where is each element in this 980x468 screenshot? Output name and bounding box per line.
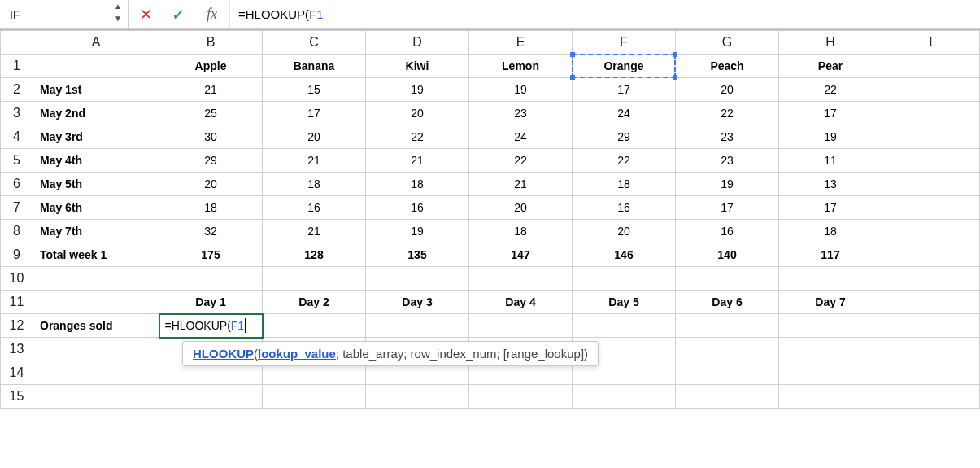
cell-H6[interactable]: 13 bbox=[779, 173, 882, 196]
row-header-2[interactable]: 2 bbox=[1, 78, 33, 102]
cell-A10[interactable] bbox=[33, 267, 159, 291]
cell-D3[interactable]: 20 bbox=[366, 102, 469, 125]
cell-G5[interactable]: 23 bbox=[676, 149, 779, 173]
cell-E6[interactable]: 21 bbox=[469, 173, 573, 196]
cell-B2[interactable]: 21 bbox=[159, 78, 263, 102]
cell-F7[interactable]: 16 bbox=[573, 196, 676, 220]
tooltip-current-arg[interactable]: lookup_value bbox=[258, 347, 336, 361]
cell-B3[interactable]: 25 bbox=[159, 102, 263, 125]
row-header-9[interactable]: 9 bbox=[1, 243, 33, 267]
cell-B4[interactable]: 30 bbox=[159, 125, 263, 149]
cell-G13[interactable] bbox=[676, 338, 779, 361]
cell-F4[interactable]: 29 bbox=[573, 125, 676, 149]
row-header-5[interactable]: 5 bbox=[1, 149, 33, 173]
fx-label[interactable]: fx bbox=[194, 0, 230, 28]
cell-I2[interactable] bbox=[882, 78, 980, 102]
col-header-C[interactable]: C bbox=[263, 31, 366, 55]
cell-G14[interactable] bbox=[676, 361, 779, 385]
cell-E11[interactable]: Day 4 bbox=[469, 291, 573, 314]
col-header-D[interactable]: D bbox=[366, 31, 469, 55]
cell-G3[interactable]: 22 bbox=[676, 102, 779, 125]
row-header-4[interactable]: 4 bbox=[1, 125, 33, 149]
cell-A14[interactable] bbox=[33, 361, 159, 385]
stepper-down-icon[interactable]: ▼ bbox=[114, 15, 122, 27]
cell-I9[interactable] bbox=[882, 243, 980, 267]
cell-F2[interactable]: 17 bbox=[573, 78, 676, 102]
cell-H13[interactable] bbox=[779, 338, 882, 361]
cell-I14[interactable] bbox=[882, 361, 980, 385]
cell-H9[interactable]: 117 bbox=[779, 243, 882, 267]
formula-input[interactable]: =HLOOKUP(F1 bbox=[230, 7, 977, 21]
col-header-H[interactable]: H bbox=[779, 31, 882, 55]
cell-C6[interactable]: 18 bbox=[263, 173, 366, 196]
cell-G8[interactable]: 16 bbox=[676, 220, 779, 243]
row-header-15[interactable]: 15 bbox=[1, 385, 33, 409]
row-header-14[interactable]: 14 bbox=[1, 361, 33, 385]
cell-H14[interactable] bbox=[779, 361, 882, 385]
cell-I7[interactable] bbox=[882, 196, 980, 220]
cell-C4[interactable]: 20 bbox=[263, 125, 366, 149]
row-header-1[interactable]: 1 bbox=[1, 55, 33, 78]
tooltip-fn-name[interactable]: HLOOKUP bbox=[193, 347, 254, 361]
col-header-A[interactable]: A bbox=[33, 31, 159, 55]
cell-E10[interactable] bbox=[469, 267, 573, 291]
cell-C5[interactable]: 21 bbox=[263, 149, 366, 173]
col-header-B[interactable]: B bbox=[159, 31, 263, 55]
cell-H12[interactable] bbox=[779, 314, 882, 338]
cell-E7[interactable]: 20 bbox=[469, 196, 573, 220]
row-header-7[interactable]: 7 bbox=[1, 196, 33, 220]
cell-B10[interactable] bbox=[159, 267, 263, 291]
cell-E12[interactable] bbox=[469, 314, 573, 338]
cell-A15[interactable] bbox=[33, 385, 159, 409]
cell-A11[interactable] bbox=[33, 291, 159, 314]
cell-H4[interactable]: 19 bbox=[779, 125, 882, 149]
cell-I1[interactable] bbox=[882, 55, 980, 78]
cell-B11[interactable]: Day 1 bbox=[159, 291, 263, 314]
cell-A3[interactable]: May 2nd bbox=[33, 102, 159, 125]
cell-E9[interactable]: 147 bbox=[469, 243, 573, 267]
cell-C2[interactable]: 15 bbox=[263, 78, 366, 102]
cell-F11[interactable]: Day 5 bbox=[573, 291, 676, 314]
cell-I13[interactable] bbox=[882, 338, 980, 361]
cell-G6[interactable]: 19 bbox=[676, 173, 779, 196]
cell-G11[interactable]: Day 6 bbox=[676, 291, 779, 314]
cell-C7[interactable]: 16 bbox=[263, 196, 366, 220]
cell-I4[interactable] bbox=[882, 125, 980, 149]
cell-C12[interactable] bbox=[263, 314, 366, 338]
cell-A13[interactable] bbox=[33, 338, 159, 361]
cell-D10[interactable] bbox=[366, 267, 469, 291]
cell-G10[interactable] bbox=[676, 267, 779, 291]
cell-H11[interactable]: Day 7 bbox=[779, 291, 882, 314]
cell-C9[interactable]: 128 bbox=[263, 243, 366, 267]
cell-H1[interactable]: Pear bbox=[779, 55, 882, 78]
cell-I15[interactable] bbox=[882, 385, 980, 409]
col-header-E[interactable]: E bbox=[469, 31, 573, 55]
cell-D12[interactable] bbox=[366, 314, 469, 338]
row-header-6[interactable]: 6 bbox=[1, 173, 33, 196]
cell-G12[interactable] bbox=[676, 314, 779, 338]
row-header-13[interactable]: 13 bbox=[1, 338, 33, 361]
cell-B9[interactable]: 175 bbox=[159, 243, 263, 267]
cell-D15[interactable] bbox=[366, 385, 469, 409]
cell-F8[interactable]: 20 bbox=[573, 220, 676, 243]
cell-B12[interactable]: =HLOOKUP(F1 bbox=[159, 314, 263, 338]
cell-C15[interactable] bbox=[263, 385, 366, 409]
name-box-stepper[interactable]: ▲ ▼ bbox=[111, 2, 125, 27]
cell-F15[interactable] bbox=[573, 385, 676, 409]
cell-F10[interactable] bbox=[573, 267, 676, 291]
cell-B1[interactable]: Apple bbox=[159, 55, 263, 78]
cell-D7[interactable]: 16 bbox=[366, 196, 469, 220]
cell-I8[interactable] bbox=[882, 220, 980, 243]
cell-I5[interactable] bbox=[882, 149, 980, 173]
cell-F9[interactable]: 146 bbox=[573, 243, 676, 267]
cell-C10[interactable] bbox=[263, 267, 366, 291]
cell-I11[interactable] bbox=[882, 291, 980, 314]
col-header-F[interactable]: F bbox=[573, 31, 676, 55]
cell-F5[interactable]: 22 bbox=[573, 149, 676, 173]
row-header-11[interactable]: 11 bbox=[1, 291, 33, 314]
cell-E4[interactable]: 24 bbox=[469, 125, 573, 149]
cell-H3[interactable]: 17 bbox=[779, 102, 882, 125]
cell-E8[interactable]: 18 bbox=[469, 220, 573, 243]
col-header-I[interactable]: I bbox=[882, 31, 980, 55]
cell-A12[interactable]: Oranges sold bbox=[33, 314, 159, 338]
